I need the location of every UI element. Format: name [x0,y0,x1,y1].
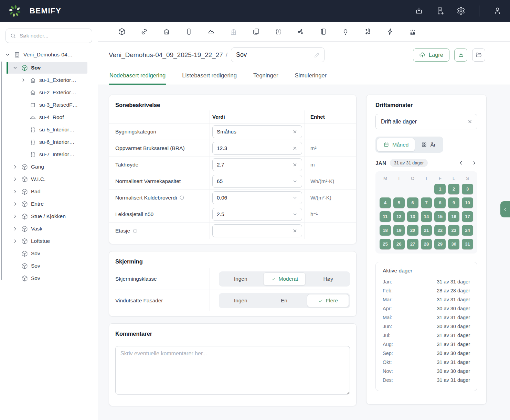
tree-item-entre[interactable]: Entre [0,198,98,210]
calendar-day[interactable]: 12 [393,211,405,222]
calendar-day[interactable]: 11 [380,211,391,222]
calendar-day[interactable]: 17 [462,211,473,222]
chevron-right-icon[interactable] [12,226,18,231]
calendar-day[interactable]: 25 [380,239,391,249]
tree-item-su-5-interior[interactable]: su-5_Interior… [0,123,98,136]
calendar-day[interactable]: 26 [393,239,405,249]
calendar-day[interactable]: 27 [407,239,418,249]
tree-item-su-1-exterior[interactable]: su-1_Exterior… [0,74,98,86]
tree-item-su-7-interior[interactable]: su-7_Interior… [0,148,98,161]
option-moderat[interactable]: Moderat [263,272,305,286]
calendar-day[interactable]: 10 [462,197,473,208]
calendar-day[interactable]: 15 [434,211,446,222]
option-høy[interactable]: Høy [308,272,349,286]
chevron-right-icon[interactable] [21,77,26,83]
tool-link-button[interactable] [140,28,148,35]
calendar-day[interactable]: 19 [393,225,405,236]
tree-item-sov[interactable]: Sov [0,260,98,272]
field-normalisert-kuldebroverdi[interactable]: 0.06 [212,191,302,204]
download-button[interactable] [415,7,423,15]
tool-roof-button[interactable] [208,28,215,35]
view-måned-button[interactable]: Måned [377,138,415,151]
chevron-right-icon[interactable] [12,238,18,244]
chevron-right-icon[interactable] [12,164,18,170]
chevron-right-icon[interactable] [12,176,18,182]
tool-bulb-button[interactable] [342,28,349,35]
option-en[interactable]: En [263,294,305,307]
chevron-down-icon[interactable] [12,65,18,71]
calendar-day[interactable]: 2 [448,184,459,194]
settings-button[interactable] [457,7,465,15]
search-input[interactable] [6,29,92,43]
calendar-day[interactable]: 14 [421,211,432,222]
chevron-right-icon[interactable] [12,201,18,207]
tool-bracket-button[interactable] [275,28,282,35]
next-month-button[interactable] [471,160,477,166]
tool-layers-button[interactable] [252,28,260,35]
previous-month-button[interactable] [458,160,464,166]
tool-cube-button[interactable] [118,28,126,35]
tool-window-button[interactable] [230,28,237,35]
tree-item-su-3-raisedf[interactable]: su-3_RaisedF… [0,99,98,111]
comments-textarea[interactable] [115,346,350,395]
tool-solar-button[interactable] [409,28,416,35]
tab-simuleringer[interactable]: Simuleringer [294,68,327,85]
tool-bolt-button[interactable] [386,28,394,35]
field-oppvarmet-bruksareal-bra[interactable]: 12.3 [212,142,302,155]
zone-name-input[interactable] [231,47,325,62]
tab-nodebasert-redigering[interactable]: Nodebasert redigering [109,68,166,85]
calendar-day[interactable]: 29 [434,239,446,249]
operation-pattern-input[interactable] [375,114,477,129]
building-add-button[interactable] [436,7,444,15]
calendar-day[interactable]: 31 [462,239,473,249]
field-etasje[interactable] [212,224,302,237]
field-lekkasjetall-n50[interactable]: 2.5 [212,208,302,221]
calendar-day[interactable]: 5 [393,197,405,208]
calendar-day[interactable]: 3 [462,184,473,194]
tab-tegninger[interactable]: Tegninger [253,68,279,85]
calendar-day[interactable]: 16 [448,211,459,222]
tree-item-su-2-exterior[interactable]: su-2_Exterior… [0,86,98,99]
calendar-day[interactable]: 21 [421,225,432,236]
calendar-day[interactable]: 9 [448,197,459,208]
tree-item-w-i-c[interactable]: W.I.C. [0,173,98,185]
calendar-day[interactable]: 22 [434,225,446,236]
tree-item-sov[interactable]: Sov [0,62,98,74]
tree-item-su-6-interior[interactable]: su-6_Interior… [0,136,98,148]
calendar-day[interactable]: 6 [407,197,418,208]
view-år-button[interactable]: År [415,138,442,151]
option-flere[interactable]: Flere [307,294,349,307]
tool-house-button[interactable] [163,28,170,35]
calendar-day[interactable]: 8 [434,197,446,208]
save-button[interactable]: Lagre [413,49,449,62]
option-ingen[interactable]: Ingen [220,272,261,286]
calendar-day[interactable]: 28 [421,239,432,249]
tool-fan-button[interactable] [297,28,305,35]
tool-thermometer-button[interactable] [364,28,372,35]
user-button[interactable] [493,7,502,15]
clear-icon[interactable] [467,119,473,125]
tree-item-bad[interactable]: Bad [0,185,98,198]
tree-item-su-4-roof[interactable]: su-4_Roof [0,111,98,123]
calendar-day[interactable]: 7 [421,197,432,208]
collapse-panel-handle[interactable] [500,201,510,217]
calendar-day[interactable]: 23 [448,225,459,236]
calendar-day[interactable]: 24 [462,225,473,236]
calendar-day[interactable]: 20 [407,225,418,236]
tree-item-sov[interactable]: Sov [0,272,98,284]
calendar-day[interactable]: 1 [434,184,446,194]
calendar-day[interactable]: 4 [380,197,391,208]
tree-item-stue-kjøkken[interactable]: Stue / Kjøkken [0,210,98,223]
download-button[interactable] [454,49,467,62]
field-normalisert-varmekapasitet[interactable]: 65 [212,175,302,188]
calendar-day[interactable]: 18 [380,225,391,236]
option-ingen[interactable]: Ingen [220,294,261,307]
tool-door-button[interactable] [319,28,327,35]
field-takhøyde[interactable]: 2.7 [212,158,302,171]
open-folder-button[interactable] [472,49,485,62]
tab-listebasert-redigering[interactable]: Listebasert redigering [181,68,237,85]
tool-wall-button[interactable] [185,28,193,35]
chevron-down-icon[interactable] [5,52,10,57]
tree-item-vask[interactable]: Vask [0,223,98,235]
tree-item-veni-demohus-04[interactable]: Veni_Demohus-04… [0,48,98,62]
